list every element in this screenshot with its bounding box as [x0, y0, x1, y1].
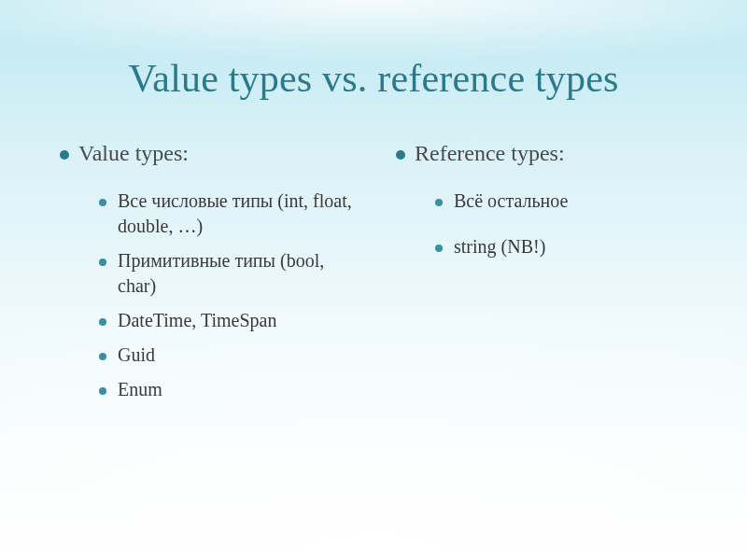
list-item: DateTime, TimeSpan: [95, 308, 355, 333]
left-column: Value types: Все числовые типы (int, flo…: [56, 138, 355, 415]
list-item-label: Reference types:: [415, 141, 565, 165]
slide-title: Value types vs. reference types: [37, 56, 710, 101]
list-item: Примитивные типы (bool, char): [95, 248, 355, 299]
list-item-label: string (NB!): [454, 236, 545, 257]
list-item-label: Все числовые типы (int, float, double, ……: [118, 190, 352, 236]
left-list: Value types: Все числовые типы (int, flo…: [56, 138, 355, 402]
list-item: Reference types: Всё остальное string (N…: [392, 138, 691, 259]
list-item: Value types: Все числовые типы (int, flo…: [56, 138, 355, 402]
list-item-label: Всё остальное: [454, 190, 568, 211]
list-item-label: Enum: [118, 379, 162, 399]
columns: Value types: Все числовые типы (int, flo…: [37, 138, 710, 415]
right-list: Reference types: Всё остальное string (N…: [392, 138, 691, 259]
list-item-label: DateTime, TimeSpan: [118, 310, 276, 330]
list-item-label: Guid: [118, 344, 155, 365]
list-item: Всё остальное: [431, 189, 691, 214]
list-item-label: Примитивные типы (bool, char): [118, 250, 324, 296]
right-sublist: Всё остальное string (NB!): [415, 189, 691, 259]
list-item: Guid: [95, 343, 355, 368]
right-column: Reference types: Всё остальное string (N…: [392, 138, 691, 415]
list-item: Enum: [95, 377, 355, 402]
slide: Value types vs. reference types Value ty…: [0, 0, 747, 560]
list-item: string (NB!): [431, 234, 691, 259]
left-sublist: Все числовые типы (int, float, double, ……: [78, 189, 355, 402]
list-item-label: Value types:: [78, 141, 189, 165]
list-item: Все числовые типы (int, float, double, ……: [95, 189, 355, 239]
